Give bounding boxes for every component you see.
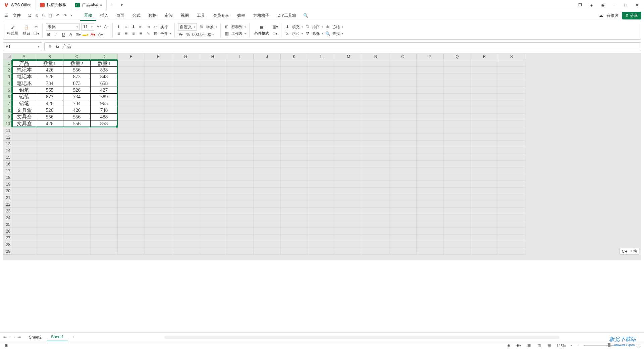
cell[interactable] xyxy=(417,208,444,214)
cell[interactable] xyxy=(444,235,471,241)
cell[interactable] xyxy=(308,194,335,201)
cell[interactable] xyxy=(281,73,308,80)
cell[interactable] xyxy=(362,208,389,214)
cell[interactable] xyxy=(417,241,444,248)
cell[interactable] xyxy=(471,134,498,141)
cell[interactable] xyxy=(91,141,118,147)
cell[interactable] xyxy=(389,167,417,174)
cell[interactable] xyxy=(471,67,498,73)
col-header-G[interactable]: G xyxy=(172,53,199,60)
cell[interactable] xyxy=(145,181,172,188)
cell[interactable] xyxy=(362,235,389,241)
spreadsheet-grid[interactable]: ABCDEFGHIJKLMNOPQRS 12345678910111213141… xyxy=(3,53,641,260)
formula-input-area[interactable]: ⊕ fx 产品 xyxy=(44,42,641,51)
cell[interactable] xyxy=(12,201,36,208)
cell[interactable] xyxy=(226,154,254,161)
cell[interactable] xyxy=(226,114,254,120)
cell[interactable] xyxy=(389,67,417,73)
cell[interactable] xyxy=(308,134,335,141)
cell[interactable] xyxy=(226,141,254,147)
cell[interactable] xyxy=(444,208,471,214)
cell[interactable] xyxy=(63,214,91,221)
zoom-thumb[interactable] xyxy=(608,343,610,347)
cell[interactable] xyxy=(118,100,145,107)
cell[interactable] xyxy=(172,214,199,221)
cell[interactable]: 铅笔 xyxy=(12,94,36,100)
cell[interactable] xyxy=(498,141,525,147)
cell[interactable] xyxy=(498,73,525,80)
cell[interactable]: 658 xyxy=(91,80,118,87)
col-header-N[interactable]: N xyxy=(362,53,389,60)
cell[interactable] xyxy=(471,221,498,228)
cell[interactable] xyxy=(389,194,417,201)
cell[interactable] xyxy=(254,67,281,73)
cell[interactable] xyxy=(335,235,362,241)
cell[interactable] xyxy=(417,181,444,188)
maximize-button[interactable]: □ xyxy=(623,2,629,8)
cell[interactable] xyxy=(281,100,308,107)
cell[interactable] xyxy=(335,214,362,221)
cell[interactable] xyxy=(226,80,254,87)
cell[interactable]: 526 xyxy=(36,107,63,114)
row-header-3[interactable]: 3 xyxy=(3,73,12,80)
cell[interactable] xyxy=(281,154,308,161)
cell[interactable] xyxy=(389,161,417,167)
cell[interactable] xyxy=(498,161,525,167)
row-header-21[interactable]: 21 xyxy=(3,194,12,201)
cell[interactable] xyxy=(335,188,362,194)
cell[interactable] xyxy=(91,221,118,228)
cell[interactable] xyxy=(362,120,389,127)
cell[interactable] xyxy=(471,80,498,87)
cell[interactable] xyxy=(471,147,498,154)
user-icon[interactable]: ◉ xyxy=(600,2,606,8)
cell[interactable] xyxy=(118,67,145,73)
col-header-K[interactable]: K xyxy=(281,53,308,60)
cell[interactable] xyxy=(362,161,389,167)
row-header-17[interactable]: 17 xyxy=(3,167,12,174)
orientation-icon[interactable]: ⤡ xyxy=(146,31,151,36)
tab-review[interactable]: 审阅 xyxy=(161,11,177,20)
cell[interactable] xyxy=(36,214,63,221)
cell[interactable] xyxy=(498,107,525,114)
cell[interactable] xyxy=(417,94,444,100)
cell[interactable] xyxy=(281,214,308,221)
cell[interactable] xyxy=(199,181,226,188)
cell[interactable] xyxy=(12,221,36,228)
cell[interactable] xyxy=(226,188,254,194)
find-icon[interactable]: 🔍 xyxy=(325,31,330,36)
cell[interactable] xyxy=(335,154,362,161)
cell[interactable]: 铅笔 xyxy=(12,87,36,94)
cell[interactable] xyxy=(362,60,389,67)
cell[interactable] xyxy=(118,235,145,241)
cell[interactable] xyxy=(254,114,281,120)
cell[interactable] xyxy=(308,107,335,114)
cell[interactable] xyxy=(281,80,308,87)
cell[interactable] xyxy=(281,194,308,201)
cell[interactable] xyxy=(63,194,91,201)
cell[interactable] xyxy=(145,94,172,100)
cell[interactable] xyxy=(226,87,254,94)
cell[interactable] xyxy=(308,181,335,188)
currency-icon[interactable]: ¥▾ xyxy=(178,32,183,37)
sheet-prev-icon[interactable]: ‹ xyxy=(9,335,11,340)
align-top-icon[interactable]: ⬆ xyxy=(116,24,121,30)
cell[interactable] xyxy=(199,147,226,154)
col-header-P[interactable]: P xyxy=(417,53,444,60)
cell[interactable]: 556 xyxy=(63,120,91,127)
cell[interactable] xyxy=(254,94,281,100)
ime-indicator[interactable]: CH ☽ 简 xyxy=(620,248,639,255)
cell[interactable] xyxy=(91,235,118,241)
cell[interactable] xyxy=(444,80,471,87)
cell[interactable] xyxy=(145,87,172,94)
undo-icon[interactable]: ↶ xyxy=(56,13,59,18)
cell[interactable] xyxy=(36,248,63,255)
cell[interactable] xyxy=(63,167,91,174)
cell[interactable] xyxy=(36,161,63,167)
indent-increase-icon[interactable]: ⇥ xyxy=(146,24,151,30)
cell[interactable] xyxy=(172,174,199,181)
cell[interactable] xyxy=(389,114,417,120)
cell[interactable] xyxy=(281,141,308,147)
cell[interactable] xyxy=(118,147,145,154)
cell[interactable] xyxy=(498,214,525,221)
number-format-select[interactable]: 自定义▾ xyxy=(178,23,197,31)
